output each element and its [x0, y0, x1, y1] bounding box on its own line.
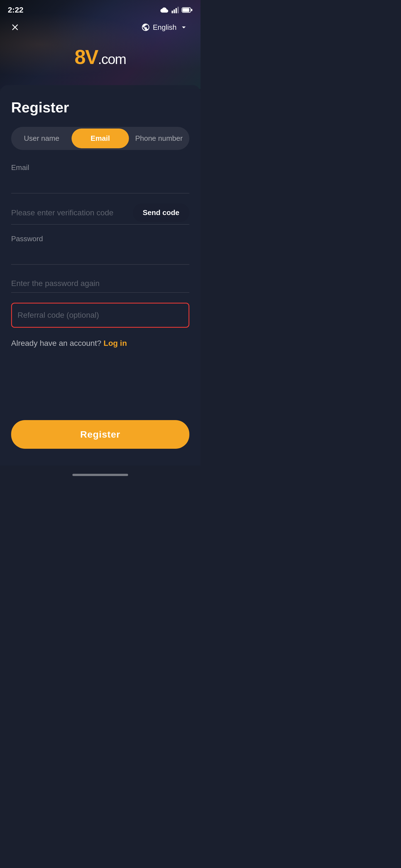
- password-label: Password: [11, 235, 189, 243]
- top-navigation: English: [0, 17, 200, 37]
- status-icons: [161, 6, 193, 14]
- login-link[interactable]: Log in: [104, 339, 127, 348]
- email-field-container: Email: [11, 163, 189, 193]
- password-field-container: Password: [11, 235, 189, 265]
- svg-rect-5: [183, 8, 189, 12]
- svg-rect-0: [172, 10, 173, 13]
- logo-dotcom: .com: [98, 52, 126, 67]
- tab-username[interactable]: User name: [13, 128, 70, 148]
- logo-8v: 8V: [75, 46, 98, 68]
- already-account-text: Already have an account?: [11, 339, 102, 348]
- status-time: 2:22: [8, 6, 23, 14]
- email-input[interactable]: [11, 175, 189, 193]
- home-indicator: [73, 474, 128, 476]
- logo: 8V.com: [75, 45, 126, 68]
- svg-rect-1: [173, 9, 175, 13]
- register-button[interactable]: Register: [11, 420, 189, 449]
- cloud-icon: [161, 6, 168, 14]
- battery-icon: [181, 7, 193, 13]
- language-selector[interactable]: English: [137, 21, 193, 34]
- logo-container: 8V.com: [0, 37, 200, 85]
- svg-rect-3: [177, 7, 179, 13]
- spacer: [11, 365, 189, 420]
- register-title: Register: [11, 99, 189, 116]
- language-label: English: [153, 23, 176, 32]
- login-prompt: Already have an account? Log in: [11, 339, 189, 348]
- svg-rect-2: [175, 8, 177, 13]
- signal-icon: [171, 6, 179, 14]
- tab-phone[interactable]: Phone number: [130, 128, 188, 148]
- tab-selector: User name Email Phone number: [11, 127, 189, 150]
- chevron-down-icon: [179, 23, 188, 32]
- globe-icon: [141, 23, 150, 32]
- close-button[interactable]: [8, 20, 22, 34]
- confirm-password-input[interactable]: [11, 275, 189, 293]
- verification-input[interactable]: [11, 204, 128, 222]
- register-panel: Register User name Email Phone number Em…: [0, 85, 200, 465]
- referral-input[interactable]: [18, 308, 183, 322]
- send-code-button[interactable]: Send code: [133, 204, 189, 222]
- referral-field-container: [11, 303, 189, 328]
- confirm-password-field-container: [11, 275, 189, 293]
- verification-field-container: Send code: [11, 204, 189, 224]
- password-input[interactable]: [11, 247, 189, 265]
- email-label: Email: [11, 163, 189, 172]
- tab-email[interactable]: Email: [71, 128, 129, 148]
- status-bar: 2:22: [0, 0, 200, 17]
- svg-rect-6: [191, 9, 192, 11]
- close-icon: [10, 22, 20, 32]
